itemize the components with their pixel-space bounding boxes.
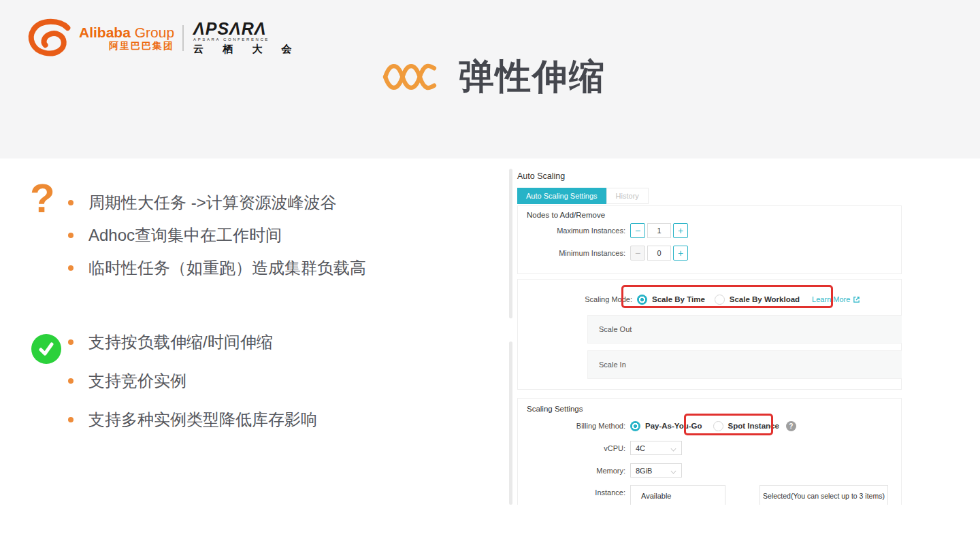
available-instances-box[interactable]: Available: [630, 485, 725, 505]
console-page-title: Auto Scaling: [517, 171, 565, 181]
nodes-section-heading: Nodes to Add/Remove: [527, 211, 605, 219]
alibaba-logo-text: Alibaba Group 阿里巴巴集团: [79, 25, 174, 51]
capability-text: 支持竞价实例: [88, 370, 186, 392]
vcpu-label: vCPU:: [518, 444, 625, 452]
apsara-subtitle: APSARA CONFERENCE: [193, 37, 300, 41]
vcpu-value: 4C: [636, 444, 645, 452]
list-item: 支持按负载伸缩/时间伸缩: [68, 333, 317, 352]
alibaba-logo-icon: [26, 18, 76, 59]
scale-in-label: Scale In: [599, 361, 626, 369]
min-instances-stepper: − 0 +: [630, 246, 688, 261]
selected-box-label: Selected(You can select up to 3 items): [763, 492, 885, 500]
radio-pay-as-you-go[interactable]: [630, 421, 640, 431]
available-box-label: Available: [641, 492, 671, 500]
page-title: 弹性伸缩: [459, 53, 606, 101]
auto-scaling-console-screenshot: Auto Scaling Auto Scaling Settings Histo…: [507, 162, 902, 505]
capability-text: 支持按负载伸缩/时间伸缩: [88, 331, 273, 353]
memory-value: 8GiB: [636, 467, 652, 475]
minus-button[interactable]: −: [630, 223, 645, 238]
highlight-spot-instance: [684, 414, 773, 435]
capabilities-list: 支持按负载伸缩/时间伸缩 支持竞价实例 支持多种实例类型降低库存影响: [68, 333, 317, 449]
capability-text: 支持多种实例类型降低库存影响: [88, 409, 317, 431]
apsara-wordmark: ΛPSΛRΛ: [193, 20, 300, 37]
bullet-dot-icon: [68, 378, 74, 384]
scale-in-panel: Scale In: [587, 350, 902, 379]
list-item: 支持竞价实例: [68, 371, 317, 390]
vcpu-select[interactable]: 4C: [630, 441, 682, 455]
slide-title-row: 弹性伸缩: [0, 53, 980, 101]
checkmark-icon: [31, 334, 61, 364]
scaling-mode-label: Scaling Mode:: [518, 295, 632, 303]
scrollbar-thumb[interactable]: [509, 169, 512, 318]
max-instances-label: Maximum Instances:: [518, 227, 625, 235]
minus-button[interactable]: −: [630, 246, 645, 261]
memory-select[interactable]: 8GiB: [630, 463, 682, 478]
chevron-down-icon: [671, 446, 676, 451]
alibaba-wordmark-cn: 阿里巴巴集团: [109, 40, 174, 51]
instance-label: Instance:: [518, 488, 625, 497]
plus-button[interactable]: +: [673, 223, 688, 238]
bullet-dot-icon: [68, 417, 74, 422]
pain-point-text: 临时性任务（如重跑）造成集群负载高: [88, 257, 366, 279]
memory-label: Memory:: [518, 467, 625, 475]
nodes-section: Nodes to Add/Remove Maximum Instances: −…: [517, 205, 902, 274]
selected-instances-box[interactable]: Selected(You can select up to 3 items): [760, 485, 888, 505]
min-instances-label: Minimum Instances:: [518, 249, 625, 257]
bullet-dot-icon: [68, 233, 74, 238]
scaling-settings-heading: Scaling Settings: [527, 405, 583, 413]
max-instances-value[interactable]: 1: [647, 223, 671, 238]
help-icon[interactable]: ?: [786, 421, 796, 431]
question-mark-icon: ?: [30, 178, 55, 219]
highlight-scaling-mode: [621, 285, 833, 308]
pain-point-text: Adhoc查询集中在工作时间: [88, 224, 282, 246]
elastic-wave-icon: [374, 56, 445, 98]
tab-history[interactable]: History: [606, 188, 649, 204]
checkmark-glyph: [37, 340, 55, 358]
logo-row: Alibaba Group 阿里巴巴集团 ΛPSΛRΛ APSARA CONFE…: [26, 18, 300, 59]
console-tabs: Auto Scaling Settings History: [517, 188, 649, 204]
instance-row: Instance:: [518, 487, 625, 498]
chevron-down-icon: [671, 468, 676, 473]
bullet-dot-icon: [68, 339, 74, 345]
billing-method-label: Billing Method:: [518, 422, 625, 430]
pain-points-list: 周期性大任务 ->计算资源波峰波谷 Adhoc查询集中在工作时间 临时性任务（如…: [68, 193, 366, 291]
max-instances-row: Maximum Instances: − 1 +: [518, 223, 688, 238]
bullet-dot-icon: [68, 265, 74, 271]
pain-point-text: 周期性大任务 ->计算资源波峰波谷: [88, 192, 337, 214]
scrollbar-thumb[interactable]: [509, 341, 512, 505]
memory-row: Memory: 8GiB: [518, 463, 682, 478]
list-item: 周期性大任务 ->计算资源波峰波谷: [68, 193, 366, 212]
tab-auto-scaling-settings[interactable]: Auto Scaling Settings: [517, 188, 606, 204]
apsara-logo: ΛPSΛRΛ APSARA CONFERENCE 云 栖 大 会: [193, 20, 300, 56]
logo-divider: [182, 25, 184, 51]
min-instances-value[interactable]: 0: [647, 246, 671, 261]
alibaba-wordmark-light: Group: [135, 24, 174, 40]
alibaba-group-wordmark: Alibaba Group: [79, 25, 174, 40]
scale-out-label: Scale Out: [599, 325, 632, 333]
scale-out-panel: Scale Out: [587, 315, 902, 344]
external-link-icon: [853, 296, 860, 303]
presentation-slide: Alibaba Group 阿里巴巴集团 ΛPSΛRΛ APSARA CONFE…: [0, 0, 980, 551]
list-item: 支持多种实例类型降低库存影响: [68, 410, 317, 429]
list-item: 临时性任务（如重跑）造成集群负载高: [68, 258, 366, 278]
plus-button[interactable]: +: [673, 246, 688, 261]
list-item: Adhoc查询集中在工作时间: [68, 226, 366, 245]
bullet-dot-icon: [68, 200, 74, 205]
vcpu-row: vCPU: 4C: [518, 441, 682, 455]
max-instances-stepper: − 1 +: [630, 223, 688, 238]
alibaba-wordmark-bold: Alibaba: [79, 24, 131, 40]
min-instances-row: Minimum Instances: − 0 +: [518, 246, 688, 261]
